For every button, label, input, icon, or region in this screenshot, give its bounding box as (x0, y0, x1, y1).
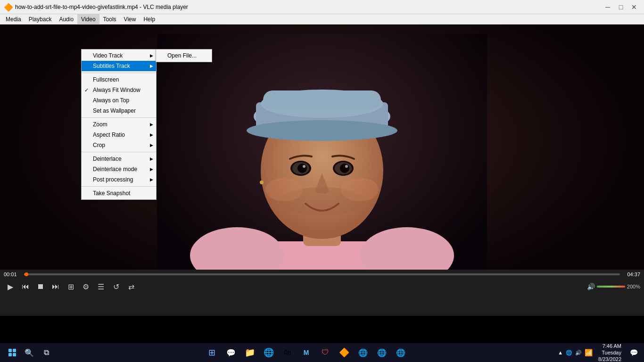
tray-network-icon[interactable]: 🌐 (566, 350, 572, 356)
minimize-button[interactable]: ─ (602, 2, 614, 12)
window-controls: ─ □ ✕ (602, 2, 640, 12)
menu-item-deinterlace-mode[interactable]: Deinterlace mode (82, 164, 156, 174)
show-playlist-button[interactable]: ☰ (94, 280, 107, 293)
menu-item-zoom[interactable]: Zoom (82, 119, 156, 130)
window-title: how-to-add-srt-file-to-mp4-video-givefas… (15, 4, 188, 10)
taskbar-icon-explorer[interactable]: 📁 (241, 344, 258, 361)
subtitles-submenu: Open File... (156, 49, 212, 62)
volume-bar[interactable] (597, 286, 625, 288)
menu-video[interactable]: Video (77, 14, 99, 25)
menu-tools[interactable]: Tools (99, 14, 120, 25)
controls-row: ▶ ⏮ ⏹ ⏭ ⊞ ⚙ ☰ ↺ ⇄ 🔊 200% (0, 278, 644, 295)
menubar: Media Playback Audio Video Tools View He… (0, 14, 644, 25)
random-button[interactable]: ⇄ (124, 280, 138, 293)
clock-date-full: 8/23/2022 (598, 356, 621, 362)
next-button[interactable]: ⏭ (49, 280, 62, 293)
search-button[interactable]: 🔍 (21, 344, 38, 361)
system-tray: ▲ 🌐 🔊 📶 (558, 349, 593, 356)
menu-audio[interactable]: Audio (55, 14, 77, 25)
video-menu-dropdown: Video Track Subtitles Track Fullscreen A… (81, 49, 157, 200)
control-bar: 00:01 04:37 ▶ ⏮ ⏹ ⏭ ⊞ ⚙ ☰ ↺ ⇄ 🔊 200% (0, 270, 644, 316)
separator-1 (82, 73, 156, 73)
svg-point-9 (247, 120, 397, 141)
taskbar-icon-widgets[interactable]: ⊞ (204, 344, 221, 361)
toggle-playlist-button[interactable]: ⊞ (64, 280, 77, 293)
taskbar-icon-mcafee[interactable]: 🛡 (317, 344, 334, 361)
menu-item-aspect-ratio[interactable]: Aspect Ratio (82, 130, 156, 140)
menu-item-video-track[interactable]: Video Track (82, 50, 156, 61)
menu-view[interactable]: View (120, 14, 140, 25)
tray-wifi-icon[interactable]: 📶 (585, 349, 593, 356)
clock-widget[interactable]: 7:46 AM Tuesday 8/23/2022 (596, 342, 623, 362)
clock-time: 7:46 AM (598, 343, 621, 349)
taskbar-center: ⊞ 💬 📁 🌐 🛍 M 🛡 🔶 🌐 🌐 🌐 (55, 344, 558, 361)
start-button[interactable] (4, 344, 21, 361)
menu-item-subtitles-track[interactable]: Subtitles Track (82, 61, 156, 71)
menu-playback[interactable]: Playback (25, 14, 56, 25)
volume-label: 200% (627, 284, 640, 289)
taskbar-icon-vlc[interactable]: 🔶 (336, 344, 353, 361)
svg-point-21 (260, 181, 264, 184)
taskbar: 🔍 ⧉ ⊞ 💬 📁 🌐 🛍 M 🛡 🔶 🌐 🌐 🌐 ▲ 🌐 🔊 📶 7:46 A… (0, 343, 644, 362)
menu-item-crop[interactable]: Crop (82, 140, 156, 150)
menu-item-open-file[interactable]: Open File... (156, 50, 212, 61)
svg-point-18 (303, 165, 305, 168)
progress-bar[interactable] (24, 273, 620, 275)
svg-rect-11 (263, 90, 381, 109)
menu-item-deinterlace[interactable]: Deinterlace (82, 154, 156, 164)
separator-4 (82, 186, 156, 187)
extended-settings-button[interactable]: ⚙ (79, 280, 92, 293)
menu-item-post-processing[interactable]: Post processing (82, 174, 156, 185)
titlebar: 🔶 how-to-add-srt-file-to-mp4-video-givef… (0, 0, 644, 14)
svg-point-17 (340, 164, 349, 173)
svg-point-22 (265, 178, 303, 201)
play-button[interactable]: ▶ (4, 280, 17, 293)
menu-media[interactable]: Media (2, 14, 25, 25)
task-view-button[interactable]: ⧉ (38, 344, 55, 361)
svg-point-23 (341, 178, 379, 201)
time-current: 00:01 (4, 272, 20, 277)
loop-button[interactable]: ↺ (109, 280, 123, 293)
previous-button[interactable]: ⏮ (19, 280, 32, 293)
volume-fill (597, 286, 625, 288)
separator-3 (82, 152, 156, 152)
clock-date: Tuesday (598, 349, 621, 356)
menu-help[interactable]: Help (140, 14, 159, 25)
taskbar-icon-manictime[interactable]: M (298, 344, 315, 361)
titlebar-left: 🔶 how-to-add-srt-file-to-mp4-video-givef… (4, 3, 188, 11)
taskbar-icon-store[interactable]: 🛍 (279, 344, 296, 361)
stop-button[interactable]: ⏹ (34, 280, 47, 293)
menu-item-always-fit-window[interactable]: Always Fit Window (82, 85, 156, 95)
progress-area: 00:01 04:37 (0, 270, 644, 278)
video-area: Video Track Subtitles Track Fullscreen A… (0, 25, 644, 316)
windows-logo-icon (8, 349, 16, 356)
menu-item-set-as-wallpaper[interactable]: Set as Wallpaper (82, 106, 156, 116)
taskbar-icon-chrome-2[interactable]: 🌐 (373, 344, 390, 361)
taskbar-icon-chrome-1[interactable]: 🌐 (355, 344, 372, 361)
taskbar-icon-edge[interactable]: 🌐 (260, 344, 277, 361)
volume-icon: 🔊 (587, 283, 595, 290)
show-hidden-tray-button[interactable]: ▲ (558, 350, 563, 355)
taskbar-icon-chrome-3[interactable]: 🌐 (392, 344, 409, 361)
progress-dot (25, 272, 28, 276)
svg-point-16 (297, 164, 307, 173)
taskbar-icon-chat[interactable]: 💬 (223, 344, 239, 361)
taskbar-right: ▲ 🌐 🔊 📶 7:46 AM Tuesday 8/23/2022 💬 (558, 342, 640, 362)
notification-button[interactable]: 💬 (627, 346, 640, 359)
tray-volume-icon[interactable]: 🔊 (575, 350, 582, 356)
close-button[interactable]: ✕ (628, 2, 640, 12)
svg-point-19 (345, 165, 348, 168)
separator-2 (82, 117, 156, 118)
maximize-button[interactable]: □ (615, 2, 627, 12)
menu-item-always-on-top[interactable]: Always on Top (82, 95, 156, 106)
menu-item-take-snapshot[interactable]: Take Snapshot (82, 188, 156, 198)
menu-item-fullscreen[interactable]: Fullscreen (82, 74, 156, 85)
volume-area: 🔊 200% (587, 283, 640, 290)
vlc-logo-icon: 🔶 (4, 3, 12, 11)
time-total: 04:37 (624, 272, 640, 277)
